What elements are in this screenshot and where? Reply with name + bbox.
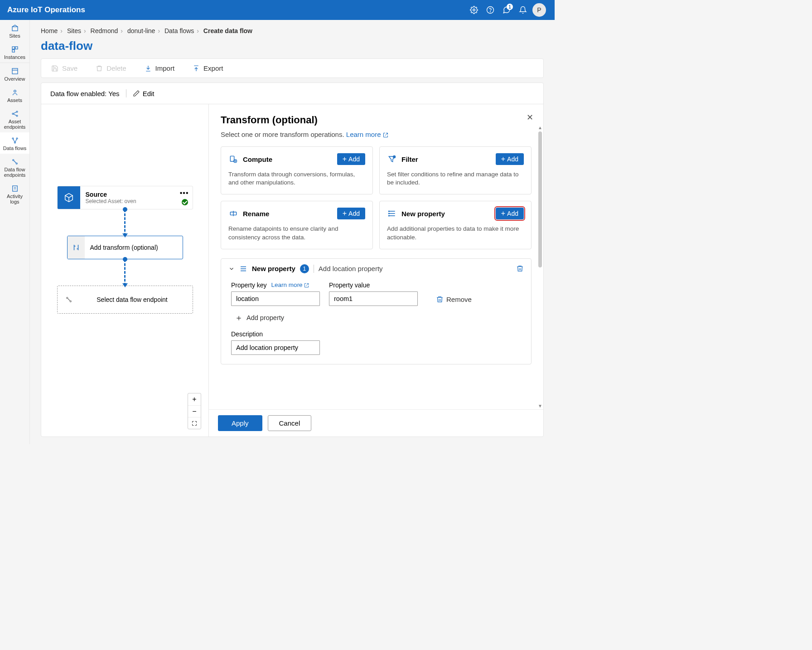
crumb-region[interactable]: Redmond bbox=[91, 27, 118, 34]
status-row: Data flow enabled: Yes Edit bbox=[41, 83, 543, 104]
description-input[interactable] bbox=[231, 340, 320, 355]
crumb-home[interactable]: Home bbox=[41, 27, 58, 34]
workspace: Data flow enabled: Yes Edit bbox=[41, 82, 544, 437]
cube-icon bbox=[58, 186, 80, 209]
scrollbar[interactable] bbox=[538, 131, 542, 267]
sidebar-item-asset-endpoints[interactable]: Asset endpoints bbox=[0, 106, 29, 132]
add-filter-button[interactable]: Add bbox=[496, 153, 524, 165]
remove-property-button[interactable]: Remove bbox=[436, 296, 472, 306]
sidebar-item-dataflow-endpoints[interactable]: Data flow endpoints bbox=[0, 154, 29, 180]
settings-icon[interactable] bbox=[466, 2, 482, 18]
feedback-badge: 1 bbox=[507, 4, 513, 10]
export-icon bbox=[193, 65, 200, 72]
svg-point-14 bbox=[14, 142, 15, 143]
edit-button[interactable]: Edit bbox=[133, 90, 155, 97]
new-property-icon bbox=[387, 209, 397, 218]
more-icon[interactable]: ••• bbox=[180, 189, 189, 197]
connector bbox=[124, 209, 126, 236]
node-select-endpoint[interactable]: Select data flow endpoint bbox=[57, 286, 193, 314]
external-link-icon bbox=[383, 132, 388, 138]
asset-endpoints-icon bbox=[10, 109, 19, 118]
svg-point-11 bbox=[16, 115, 18, 116]
import-icon bbox=[145, 65, 152, 72]
toolbar: Save Delete Import Export bbox=[41, 58, 544, 78]
add-compute-button[interactable]: Add bbox=[337, 153, 365, 165]
assets-icon bbox=[10, 88, 19, 97]
connector bbox=[124, 259, 126, 286]
crumb-current: Create data flow bbox=[203, 27, 252, 34]
left-nav: Sites Instances Overview Assets Asset en… bbox=[0, 20, 30, 444]
main-content: Home› Sites› Redmond› donut-line› Data f… bbox=[30, 20, 555, 444]
activity-logs-icon bbox=[10, 184, 19, 193]
sidebar-item-data-flows[interactable]: Data flows bbox=[0, 132, 29, 154]
apply-button[interactable]: Apply bbox=[218, 415, 262, 431]
sidebar-item-sites[interactable]: Sites bbox=[0, 20, 29, 41]
help-icon[interactable] bbox=[482, 2, 498, 18]
flow-canvas[interactable]: Source Selected Asset: oven ••• bbox=[41, 104, 209, 437]
svg-point-9 bbox=[12, 113, 14, 115]
filter-icon bbox=[387, 154, 397, 164]
property-key-input[interactable] bbox=[231, 291, 320, 306]
save-icon bbox=[51, 65, 58, 72]
svg-point-2 bbox=[490, 11, 491, 12]
sites-icon bbox=[10, 24, 19, 33]
crumb-line[interactable]: donut-line bbox=[127, 27, 155, 34]
sidebar-item-overview[interactable]: Overview bbox=[0, 63, 29, 84]
panel-description: Select one or more transform operations.… bbox=[221, 131, 532, 138]
svg-point-1 bbox=[487, 7, 494, 14]
scroll-up-icon[interactable]: ▲ bbox=[538, 125, 542, 130]
dataflow-endpoints-icon bbox=[10, 157, 19, 166]
delete-accordion-button[interactable] bbox=[516, 265, 524, 272]
zoom-fit-button[interactable] bbox=[188, 417, 201, 429]
avatar[interactable]: P bbox=[531, 2, 547, 18]
add-property-button[interactable]: ＋ Add property bbox=[235, 312, 524, 323]
zoom-out-button[interactable]: − bbox=[188, 405, 201, 417]
export-button[interactable]: Export bbox=[188, 62, 227, 75]
sidebar-item-instances[interactable]: Instances bbox=[0, 41, 29, 63]
new-property-accordion: New property 1 Add location property Pro… bbox=[221, 258, 532, 364]
property-value-field: Property value bbox=[329, 281, 418, 306]
node-add-transform[interactable]: Add transform (optional) bbox=[67, 236, 183, 259]
node-source[interactable]: Source Selected Asset: oven ••• bbox=[57, 186, 193, 209]
add-rename-button[interactable]: Add bbox=[337, 208, 365, 219]
learn-more-link[interactable]: Learn more bbox=[346, 131, 388, 138]
plus-icon: ＋ bbox=[235, 312, 243, 323]
crumb-sites[interactable]: Sites bbox=[67, 27, 81, 34]
card-rename: Rename Add Rename datapoints to ensure c… bbox=[221, 201, 373, 249]
svg-rect-7 bbox=[12, 68, 18, 74]
notifications-icon[interactable] bbox=[515, 2, 531, 18]
chevron-down-icon[interactable] bbox=[228, 266, 235, 272]
svg-point-13 bbox=[16, 138, 18, 139]
dataflow-enabled-status: Data flow enabled: Yes bbox=[50, 90, 120, 97]
brand-title: Azure IoT Operations bbox=[7, 5, 466, 15]
add-new-property-button[interactable]: Add bbox=[496, 208, 524, 219]
svg-rect-6 bbox=[12, 50, 14, 52]
cancel-button[interactable]: Cancel bbox=[268, 415, 312, 431]
list-icon bbox=[239, 265, 247, 273]
description-field: Description bbox=[228, 330, 524, 355]
learn-more-property-key[interactable]: Learn more bbox=[271, 281, 309, 288]
transform-panel: ✕ ▲ ▼ Transform (optional) Select one or… bbox=[209, 104, 543, 437]
svg-point-24 bbox=[389, 211, 390, 212]
svg-rect-3 bbox=[12, 27, 18, 31]
property-key-field: Property key Learn more bbox=[231, 281, 320, 306]
data-flows-icon bbox=[10, 136, 19, 145]
count-badge: 1 bbox=[300, 264, 309, 273]
property-value-input[interactable] bbox=[329, 291, 418, 306]
source-title: Source bbox=[86, 191, 187, 198]
scroll-down-icon[interactable]: ▼ bbox=[538, 403, 542, 408]
crumb-flows[interactable]: Data flows bbox=[164, 27, 194, 34]
zoom-controls: + − bbox=[188, 393, 201, 429]
svg-point-10 bbox=[16, 111, 18, 112]
sidebar-item-assets[interactable]: Assets bbox=[0, 84, 29, 106]
svg-rect-4 bbox=[12, 47, 14, 49]
overview-icon bbox=[10, 67, 19, 76]
svg-point-12 bbox=[12, 138, 14, 139]
zoom-in-button[interactable]: + bbox=[188, 393, 201, 405]
feedback-icon[interactable]: 1 bbox=[498, 2, 515, 18]
card-compute: Compute Add Transform data through conve… bbox=[221, 146, 373, 194]
delete-icon bbox=[96, 65, 103, 72]
import-button[interactable]: Import bbox=[140, 62, 179, 75]
sidebar-item-activity-logs[interactable]: Activity logs bbox=[0, 180, 29, 207]
close-icon[interactable]: ✕ bbox=[527, 112, 533, 122]
